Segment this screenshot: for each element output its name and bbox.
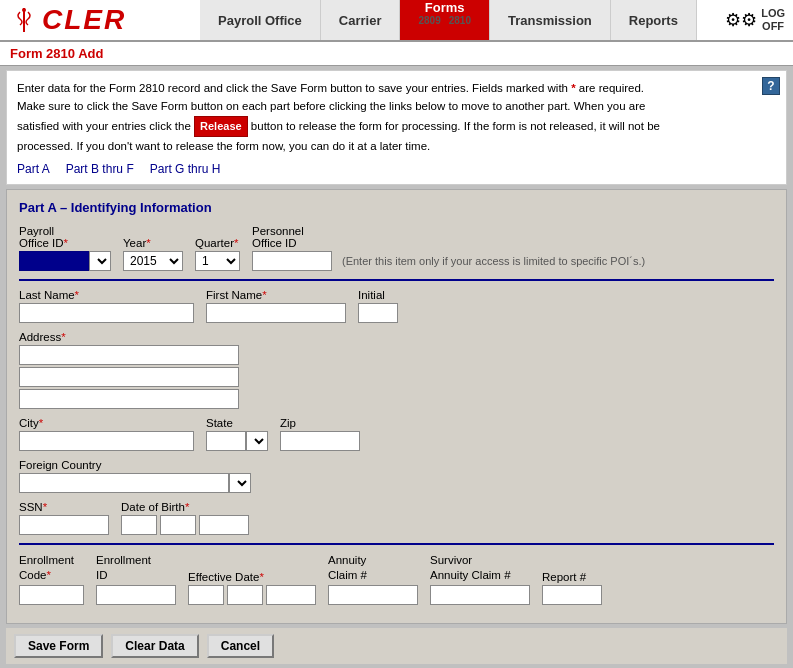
survivor-annuity-input[interactable] xyxy=(430,585,530,605)
dob-year-input[interactable] xyxy=(199,515,249,535)
part-g-thru-h-link[interactable]: Part G thru H xyxy=(150,162,221,176)
save-form-button[interactable]: Save Form xyxy=(14,634,103,658)
initial-input[interactable] xyxy=(358,303,398,323)
group-first-name: First Name* xyxy=(206,289,346,323)
section-title: Part A – Identifying Information xyxy=(19,200,774,215)
last-name-input[interactable] xyxy=(19,303,194,323)
enrollment-code-input[interactable] xyxy=(19,585,84,605)
group-dob: Date of Birth* xyxy=(121,501,249,535)
row-identifiers: PayrollOffice ID* Year* 2015 2014 2016 Q… xyxy=(19,225,774,271)
settings-area[interactable]: ⚙⚙ LOGOFF xyxy=(717,7,793,33)
nav-tabs: Payroll Office Carrier Forms 2809 2810 T… xyxy=(200,0,717,40)
eff-date-year-input[interactable] xyxy=(266,585,316,605)
zip-label: Zip xyxy=(280,417,360,429)
annuity-claim-label: AnnuityClaim # xyxy=(328,553,418,583)
quarter-required-marker: * xyxy=(234,237,238,249)
group-report-num: Report # xyxy=(542,571,602,605)
payroll-office-id-input[interactable] xyxy=(19,251,89,271)
personnel-office-id-input[interactable] xyxy=(252,251,332,271)
enrollment-code-required: * xyxy=(47,569,51,581)
tab-payroll-office[interactable]: Payroll Office xyxy=(200,0,321,40)
tab-transmission[interactable]: Transmission xyxy=(490,0,611,40)
first-name-label: First Name* xyxy=(206,289,346,301)
annuity-claim-input[interactable] xyxy=(328,585,418,605)
help-icon[interactable]: ? xyxy=(762,77,780,95)
city-label: City* xyxy=(19,417,194,429)
foreign-country-select[interactable] xyxy=(229,473,251,493)
address-required: * xyxy=(61,331,65,343)
tab-carrier[interactable]: Carrier xyxy=(321,0,401,40)
form-numbers: 2809 2810 xyxy=(418,15,471,26)
divider-2 xyxy=(19,543,774,545)
form-title: Form 2810 Add xyxy=(10,46,103,61)
dob-label: Date of Birth* xyxy=(121,501,249,513)
group-quarter: Quarter* 1 2 3 4 xyxy=(195,237,240,271)
personnel-office-id-label: PersonnelOffice ID xyxy=(252,225,645,249)
address-line1-input[interactable] xyxy=(19,345,239,365)
clear-data-button[interactable]: Clear Data xyxy=(111,634,198,658)
foreign-country-input[interactable] xyxy=(19,473,229,493)
group-annuity-claim: AnnuityClaim # xyxy=(328,553,418,605)
city-input[interactable] xyxy=(19,431,194,451)
group-initial: Initial xyxy=(358,289,398,323)
ssn-required: * xyxy=(43,501,47,513)
ssn-input[interactable] xyxy=(19,515,109,535)
payroll-required-marker: * xyxy=(64,237,68,249)
state-input[interactable] xyxy=(206,431,246,451)
group-enrollment-id: EnrollmentID xyxy=(96,553,176,605)
group-payroll-office-id: PayrollOffice ID* xyxy=(19,225,111,271)
logo-area: CLER xyxy=(0,0,200,40)
eff-date-month-input[interactable] xyxy=(188,585,224,605)
part-b-thru-f-link[interactable]: Part B thru F xyxy=(66,162,134,176)
dob-day-input[interactable] xyxy=(160,515,196,535)
row-address: Address* xyxy=(19,331,774,409)
zip-input[interactable] xyxy=(280,431,360,451)
initial-label: Initial xyxy=(358,289,398,301)
enrollment-id-label: EnrollmentID xyxy=(96,553,176,583)
quarter-select[interactable]: 1 2 3 4 xyxy=(195,251,240,271)
payroll-office-id-label: PayrollOffice ID* xyxy=(19,225,111,249)
group-year: Year* 2015 2014 2016 xyxy=(123,237,183,271)
ssn-label: SSN* xyxy=(19,501,109,513)
logo-text: CLER xyxy=(42,4,126,36)
group-personnel-office-id: PersonnelOffice ID (Enter this item only… xyxy=(252,225,645,271)
address-label: Address* xyxy=(19,331,239,343)
first-name-input[interactable] xyxy=(206,303,346,323)
eff-date-day-input[interactable] xyxy=(227,585,263,605)
cancel-button[interactable]: Cancel xyxy=(207,634,274,658)
main-content: Part A – Identifying Information Payroll… xyxy=(6,189,787,624)
enrollment-id-input[interactable] xyxy=(96,585,176,605)
state-select[interactable] xyxy=(246,431,268,451)
enrollment-code-label: EnrollmentCode* xyxy=(19,553,84,583)
row-name: Last Name* First Name* Initial xyxy=(19,289,774,323)
info-text: Enter data for the Form 2810 record and … xyxy=(17,79,776,156)
state-label: State xyxy=(206,417,268,429)
form-title-bar: Form 2810 Add xyxy=(0,42,793,66)
tab-forms[interactable]: Forms 2809 2810 xyxy=(400,0,490,40)
part-a-link[interactable]: Part A xyxy=(17,162,50,176)
dob-month-input[interactable] xyxy=(121,515,157,535)
row-enrollment: EnrollmentCode* EnrollmentID Effective D… xyxy=(19,553,774,605)
group-effective-date: Effective Date* xyxy=(188,571,316,605)
payroll-office-id-select[interactable] xyxy=(89,251,111,271)
header: CLER Payroll Office Carrier Forms 2809 2… xyxy=(0,0,793,42)
address-line3-input[interactable] xyxy=(19,389,239,409)
tab-reports[interactable]: Reports xyxy=(611,0,697,40)
effective-date-required: * xyxy=(259,571,263,583)
year-select[interactable]: 2015 2014 2016 xyxy=(123,251,183,271)
last-name-label: Last Name* xyxy=(19,289,194,301)
gear-icon: ⚙⚙ xyxy=(725,9,757,31)
report-num-label: Report # xyxy=(542,571,602,583)
group-state: State xyxy=(206,417,268,451)
report-num-input[interactable] xyxy=(542,585,602,605)
release-button-inline[interactable]: Release xyxy=(194,116,248,138)
group-enrollment-code: EnrollmentCode* xyxy=(19,553,84,605)
address-line2-input[interactable] xyxy=(19,367,239,387)
group-zip: Zip xyxy=(280,417,360,451)
personnel-hint: (Enter this item only if your access is … xyxy=(342,255,645,267)
logoff-button[interactable]: LOGOFF xyxy=(761,7,785,33)
quarter-label: Quarter* xyxy=(195,237,240,249)
first-name-required: * xyxy=(262,289,266,301)
svg-point-1 xyxy=(22,8,26,12)
info-section: ? Enter data for the Form 2810 record an… xyxy=(6,70,787,185)
